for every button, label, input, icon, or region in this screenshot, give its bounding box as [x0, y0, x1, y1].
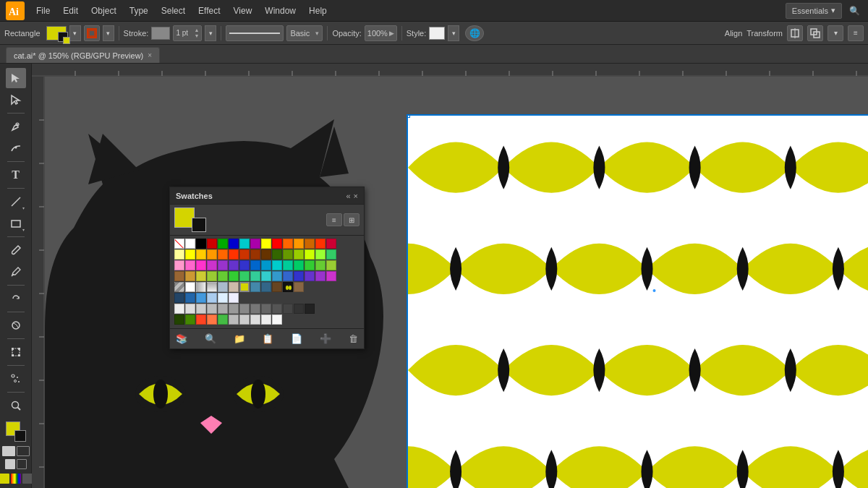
curvature-tool[interactable]	[6, 138, 26, 158]
swatch-yellowpattern[interactable]	[239, 282, 250, 292]
more-options-btn[interactable]: ▾	[827, 25, 843, 41]
swatch-green3[interactable]	[315, 260, 326, 270]
swatch-grid-view-btn[interactable]: ⊞	[344, 213, 359, 226]
swatch-sienna[interactable]	[294, 282, 304, 292]
swatch-tomato[interactable]	[196, 314, 206, 325]
swatch-darkblue[interactable]	[185, 293, 195, 303]
swatch-turquoise[interactable]	[283, 260, 293, 270]
swatch-mediumpurple[interactable]	[305, 271, 315, 281]
document-tab[interactable]: cat.ai* @ 150% (RGB/GPU Preview) ×	[6, 47, 160, 63]
normal-draw-btn[interactable]	[5, 459, 15, 469]
swatch-vermillion[interactable]	[229, 249, 239, 260]
swatch-darkviolet[interactable]	[326, 271, 336, 281]
swatch-green2[interactable]	[305, 260, 315, 270]
stroke-style-btn[interactable]	[226, 25, 284, 41]
swatch-royalblue[interactable]	[294, 271, 304, 281]
tab-close-btn[interactable]: ×	[148, 51, 152, 59]
swatch-gradient1[interactable]	[196, 282, 206, 292]
menu-type[interactable]: Type	[124, 3, 154, 19]
swatch-nearwhite[interactable]	[272, 314, 282, 325]
swatch-violet[interactable]	[218, 260, 228, 270]
swatch-red[interactable]	[207, 239, 217, 249]
fill-color-btn[interactable]	[46, 26, 67, 40]
swatch-cadetblue[interactable]	[261, 282, 271, 292]
swatch-lightgreen[interactable]	[218, 271, 228, 281]
swatch-lightblue[interactable]	[272, 271, 282, 281]
rectangle-tool[interactable]: ▾	[6, 213, 26, 234]
swatch-brown2[interactable]	[250, 249, 260, 260]
swatch-magenta[interactable]	[250, 239, 260, 249]
menu-effect[interactable]: Effect	[192, 3, 226, 19]
inside-draw-btn[interactable]	[17, 459, 27, 469]
toolbar-end-btn[interactable]: ≡	[848, 25, 864, 41]
swatches-panel-header[interactable]: Swatches « ×	[170, 187, 364, 205]
align-distribute-btn[interactable]	[787, 25, 803, 41]
normal-mode-btn[interactable]	[2, 446, 15, 456]
swatch-darkgray2[interactable]	[229, 304, 239, 314]
swatch-brown[interactable]	[305, 239, 315, 249]
swatch-orange[interactable]	[283, 239, 293, 249]
appearance-options-btn[interactable]: ▾	[103, 25, 114, 41]
swatch-white2[interactable]	[185, 282, 195, 292]
swatch-mustard[interactable]	[196, 271, 206, 281]
warp-tool[interactable]	[6, 315, 26, 335]
swatch-purple[interactable]	[207, 260, 217, 270]
swatch-lightgray3[interactable]	[261, 314, 271, 325]
menu-object[interactable]: Object	[85, 3, 122, 19]
swatch-cerulean[interactable]	[261, 260, 271, 270]
delete-swatch-btn[interactable]: 🗑	[349, 333, 358, 344]
swatch-gold[interactable]	[196, 249, 206, 260]
swatch-dark1[interactable]	[272, 304, 282, 314]
rotate-tool[interactable]	[6, 288, 26, 309]
menu-select[interactable]: Select	[156, 3, 191, 19]
swatch-texture1[interactable]	[218, 282, 228, 292]
swatch-ghostwhite[interactable]	[229, 293, 239, 303]
transform-options-btn[interactable]	[807, 25, 823, 41]
behind-mode-btn[interactable]	[17, 446, 30, 456]
swatch-midgray[interactable]	[207, 304, 217, 314]
swatch-darkgreen[interactable]	[272, 249, 282, 260]
swatches-close-btn[interactable]: ×	[354, 192, 358, 200]
swatch-red2[interactable]	[272, 239, 282, 249]
swatch-pattern1[interactable]	[174, 282, 184, 292]
swatch-brick[interactable]	[239, 249, 250, 260]
pencil-tool[interactable]	[6, 262, 26, 282]
swatch-white[interactable]	[185, 239, 195, 249]
swatch-dark2[interactable]	[283, 304, 293, 314]
swatch-tan[interactable]	[174, 271, 184, 281]
swatch-limeyellow[interactable]	[305, 249, 315, 260]
swatch-chartreuse[interactable]	[294, 249, 304, 260]
swatch-navy[interactable]	[174, 293, 184, 303]
selection-tool[interactable]	[6, 68, 26, 88]
stroke-style-options[interactable]: Basic ▾	[286, 25, 323, 41]
swatch-mediumaquamarine[interactable]	[239, 271, 250, 281]
swatch-gainsboro[interactable]	[185, 304, 195, 314]
swatch-yellow2[interactable]	[185, 249, 195, 260]
swatch-cornflower[interactable]	[283, 271, 293, 281]
fill-stroke-indicator[interactable]	[6, 421, 26, 442]
swatch-hotpink[interactable]	[196, 260, 206, 270]
swatch-olive[interactable]	[185, 314, 195, 325]
swatch-black[interactable]	[196, 239, 206, 249]
swatch-list-view-btn[interactable]: ≡	[326, 213, 342, 226]
swatch-dark3[interactable]	[294, 304, 304, 314]
type-tool[interactable]: T	[6, 165, 26, 185]
swatch-lightsalmon[interactable]	[207, 314, 217, 325]
swatch-medgreen[interactable]	[218, 314, 228, 325]
swatch-blue2[interactable]	[239, 260, 250, 270]
opacity-input[interactable]: 100% ▶	[365, 25, 397, 41]
swatch-none[interactable]	[174, 239, 184, 249]
swatch-gray2[interactable]	[239, 304, 250, 314]
menu-edit[interactable]: Edit	[57, 3, 84, 19]
menu-window[interactable]: Window	[259, 3, 302, 19]
swatch-skyblue[interactable]	[196, 293, 206, 303]
swatch-lightgray[interactable]	[174, 304, 184, 314]
swatch-silver2[interactable]	[239, 314, 250, 325]
line-tool[interactable]: ▾	[6, 192, 26, 212]
swatches-collapse-btn[interactable]: «	[346, 192, 350, 200]
new-swatch-btn[interactable]: ➕	[320, 333, 331, 344]
swatch-verydark[interactable]	[261, 304, 271, 314]
swatch-aquamarine[interactable]	[250, 271, 260, 281]
swatch-red4[interactable]	[326, 239, 336, 249]
style-options-btn[interactable]: ▾	[448, 25, 459, 41]
